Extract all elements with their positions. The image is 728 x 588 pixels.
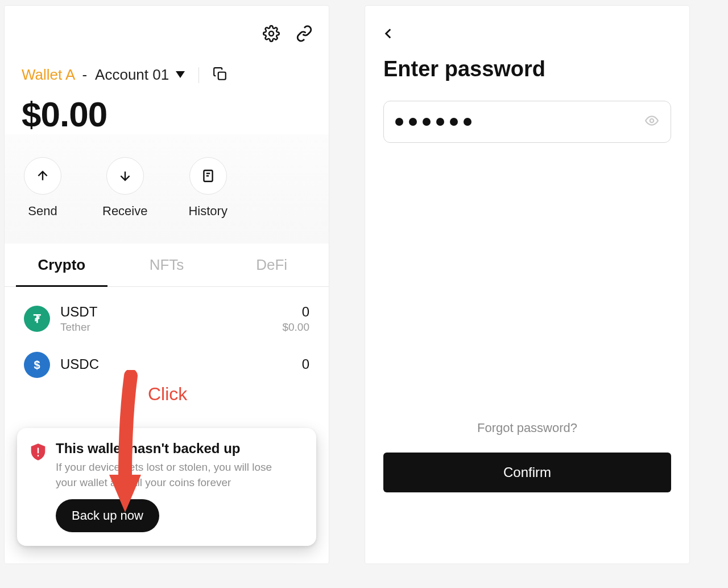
chevron-down-icon bbox=[176, 70, 185, 80]
history-button[interactable]: History bbox=[188, 157, 227, 219]
eye-icon[interactable] bbox=[644, 113, 659, 130]
asset-row[interactable]: $ USDC 0 bbox=[5, 343, 329, 387]
arrow-down-icon bbox=[106, 157, 144, 195]
asset-tabs: Crypto NFTs DeFi bbox=[5, 244, 329, 287]
svg-marker-1 bbox=[176, 71, 185, 78]
asset-amount: 0 bbox=[302, 356, 309, 372]
svg-rect-2 bbox=[218, 72, 226, 79]
wallet-home-screen: Wallet A - Account 01 $0.00 Send bbox=[5, 6, 329, 564]
send-button[interactable]: Send bbox=[24, 157, 61, 219]
back-icon[interactable] bbox=[381, 33, 396, 43]
svg-point-7 bbox=[650, 119, 654, 123]
receive-button[interactable]: Receive bbox=[102, 157, 147, 219]
receive-label: Receive bbox=[102, 204, 147, 219]
asset-row[interactable]: ₮ USDT Tether 0 $0.00 bbox=[5, 295, 329, 343]
password-input[interactable] bbox=[383, 101, 671, 143]
topbar bbox=[5, 6, 329, 44]
asset-amount: 0 bbox=[282, 304, 309, 320]
separator: - bbox=[82, 66, 87, 84]
divider bbox=[198, 67, 199, 83]
asset-fiat: $0.00 bbox=[282, 321, 309, 334]
action-row: Send Receive History bbox=[5, 134, 329, 244]
copy-icon[interactable] bbox=[213, 67, 228, 84]
svg-point-0 bbox=[269, 31, 274, 36]
account-name: Account 01 bbox=[95, 66, 169, 84]
asset-symbol: USDC bbox=[60, 356, 292, 372]
forgot-password-link[interactable]: Forgot password? bbox=[365, 421, 689, 435]
gear-icon[interactable] bbox=[263, 25, 280, 44]
send-label: Send bbox=[28, 204, 57, 219]
asset-symbol: USDT bbox=[60, 304, 272, 320]
arrow-up-icon bbox=[24, 157, 61, 195]
tab-nfts[interactable]: NFTs bbox=[114, 244, 220, 286]
page-title: Enter password bbox=[383, 57, 671, 81]
backup-description: If your device gets lost or stolen, you … bbox=[56, 460, 289, 490]
total-balance: $0.00 bbox=[5, 84, 329, 134]
enter-password-screen: Enter password Forgot password? Confirm bbox=[365, 6, 689, 564]
link-icon[interactable] bbox=[296, 25, 313, 44]
coin-icon-usdc: $ bbox=[24, 352, 50, 378]
tab-defi[interactable]: DeFi bbox=[219, 244, 324, 286]
asset-name: Tether bbox=[60, 321, 272, 334]
backup-now-button[interactable]: Back up now bbox=[56, 499, 159, 532]
backup-prompt-card: This wallet hasn't backed up If your dev… bbox=[17, 428, 316, 546]
tab-crypto[interactable]: Crypto bbox=[9, 244, 114, 286]
wallet-name: Wallet A bbox=[22, 66, 75, 84]
document-icon bbox=[189, 157, 227, 195]
svg-rect-5 bbox=[38, 455, 39, 457]
confirm-button[interactable]: Confirm bbox=[383, 453, 671, 492]
history-label: History bbox=[188, 204, 227, 219]
backup-title: This wallet hasn't backed up bbox=[56, 441, 289, 457]
coin-icon-usdt: ₮ bbox=[24, 306, 50, 332]
password-dots bbox=[395, 118, 639, 126]
svg-rect-4 bbox=[38, 448, 39, 454]
wallet-selector[interactable]: Wallet A - Account 01 bbox=[5, 44, 329, 84]
shield-alert-icon bbox=[30, 443, 47, 461]
